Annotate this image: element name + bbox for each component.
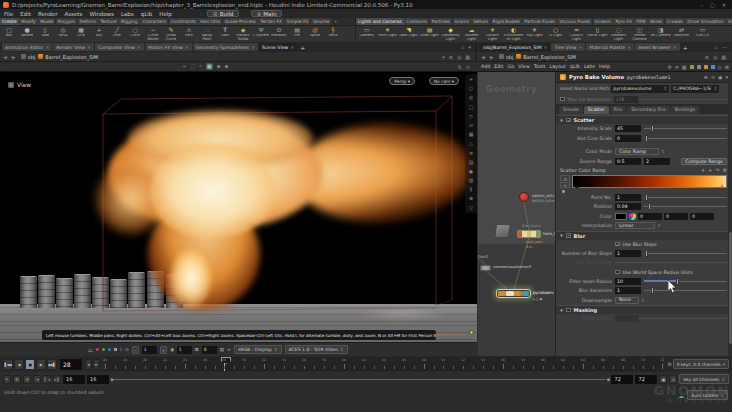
snapshot-icon[interactable]: ◎ [457,54,461,60]
gamma-plus-button[interactable]: + [160,346,167,354]
shelf-tab[interactable]: Volume [311,18,331,25]
close-tab-icon[interactable]: × [45,45,49,50]
point-no-field[interactable]: 1 [615,194,641,201]
network-editor[interactable]: Geometry axiom_solv NVIDIA GeFor 4 to Ca… [478,72,556,356]
blur-section-header[interactable]: ▼ ✓ Blur [556,231,732,240]
pyro-bake-volume-node[interactable] [496,289,531,298]
shelf-tool[interactable]: @ Spiral [306,26,324,42]
zoom-in-icon[interactable]: ⊕ [704,74,708,80]
shelf-tab[interactable]: Particle Fluids [522,18,556,25]
add-pane-tab-button[interactable]: + [681,44,690,51]
viewport-tool-icon[interactable]: ▥ [469,177,474,183]
shelf-tool[interactable]: ▭ Gun Co [692,26,713,42]
range-end-lock-icon[interactable]: ▶▌ [53,375,61,384]
pane-tab[interactable]: Render View × [53,43,94,51]
stop-button[interactable]: ■ [25,359,35,370]
updown-icon[interactable]: ⇕ [657,223,661,228]
minimize-icon[interactable]: – [701,2,704,8]
position-slider[interactable] [644,203,727,210]
breadcrumb-context[interactable]: obj [21,54,36,60]
parameter-tab[interactable]: Fire [610,106,626,114]
blur-steps-field[interactable]: 1 [615,250,641,257]
grid-view-icon[interactable]: ▦ [682,64,687,70]
close-tab-icon[interactable]: × [251,45,255,50]
secure-selection-icon[interactable]: ◈ [217,63,221,70]
playback-start-field[interactable]: 16 [87,375,109,384]
global-start-field[interactable]: 16 [63,375,85,384]
link-icon[interactable]: ⊕ [449,54,453,60]
luminance-icon[interactable]: ⌇ [120,347,122,352]
shelf-tool[interactable]: ▯ Portal Light [587,26,608,42]
pane-tab[interactable]: Tree View × [551,43,585,51]
updown-icon[interactable]: ⇕ [661,149,665,154]
downsample-select[interactable]: None [615,297,639,304]
pane-tab[interactable]: Geometry Spreadsheet × [193,43,258,51]
gamma-minus-button[interactable]: – [132,346,139,354]
contrast-icon[interactable]: ◑ [170,347,174,352]
scatter-section-header[interactable]: ▼ ✓ Scatter [556,115,732,124]
play-reverse-button[interactable]: ◀ [14,359,24,370]
current-frame-field[interactable]: 28 [60,359,82,370]
shelf-tool[interactable]: ▯ Tube [36,26,54,42]
point-no-slider[interactable] [644,194,727,201]
shelf-tab[interactable]: KineFX [726,18,732,25]
snapshot-icon[interactable]: ◎ [713,54,717,60]
close-tab-icon[interactable]: × [185,45,189,50]
network-menu-item[interactable]: Add [481,64,490,69]
max-vis-field[interactable]: 128 [614,96,638,103]
range-start-lock-icon[interactable]: ▌◀ [43,375,51,384]
maximize-icon[interactable]: ▢ [710,2,715,8]
ramp-add-icon[interactable]: + [560,182,570,188]
interpolation-select[interactable]: Linear [615,222,655,229]
viewport-tool-icon[interactable]: ⊕ [469,195,473,201]
shelf-tool[interactable]: ○ Circle [126,26,144,42]
blue-channel-icon[interactable] [108,348,111,351]
camera-select-menu[interactable]: No cam ▾ [429,77,459,85]
nav-forward-icon[interactable]: ▶ [490,54,496,60]
shelf-tool[interactable]: ~ Curve Bezier [144,26,162,42]
close-tab-icon[interactable]: × [578,45,582,50]
menu-item[interactable]: Labs [121,11,134,17]
exposure-field[interactable]: 0 [202,346,217,354]
breadcrumb-context[interactable]: obj [499,54,514,60]
cook-mode-icon[interactable]: ☁ [678,392,684,399]
shelf-tool[interactable]: ╱ Line [108,26,126,42]
desktop-main-select[interactable]: ⊕ Main [251,10,283,17]
close-tab-icon[interactable]: × [137,45,141,50]
playback-range-slider[interactable]: ▶ ◀ [111,377,609,382]
source-range-max-field[interactable]: 2 [644,158,670,165]
shelf-tool[interactable]: ◎ Torus [54,26,72,42]
parameter-tab[interactable]: Smoke [559,106,583,114]
breadcrumb-node[interactable]: Barrel_Explosion_SIM [38,54,98,60]
shelf-tab[interactable]: Deform [78,18,98,25]
grid-snap-icon[interactable]: ▦ [206,63,213,70]
nav-forward-icon[interactable]: ▶ [12,54,18,60]
target-icon[interactable]: ⊙ [125,347,129,352]
magnifier-icon[interactable]: ⊙ [711,74,715,80]
shelf-tool[interactable]: ⇄ Switcher [671,26,692,42]
close-tab-icon[interactable]: × [87,45,91,50]
layout-icon[interactable]: ▦ [465,54,470,60]
shelf-tab[interactable]: Rigid Bodies [491,18,522,25]
blur-steps-slider[interactable] [644,250,727,257]
intensity-scale-slider[interactable] [644,125,727,132]
color-mode-select[interactable]: Color Ramp [615,148,659,155]
persp-view-menu[interactable]: Persp ▾ [389,77,415,85]
go-to-start-button[interactable]: ▌◀◀ [3,359,13,370]
keyframe-icon[interactable]: ⊞ [667,361,671,367]
red-channel-icon[interactable] [96,348,99,351]
key-all-channels-select[interactable]: Key All Channels ⇕ [679,374,729,384]
menu-item[interactable]: Assets [64,11,82,17]
close-tab-icon[interactable]: × [627,45,631,50]
add-point-end-icon[interactable]: + [708,167,712,173]
collapse-triangle-icon[interactable]: ▼ [560,308,563,313]
viewport-tool-icon[interactable]: □ [469,104,474,110]
max-vis-slider[interactable] [641,99,728,100]
shelf-tool[interactable]: ⊙ Metaball [270,26,288,42]
snap-icon[interactable]: ⌗ [199,63,202,70]
shelf-tab[interactable]: Particles [430,18,453,25]
add-pane-tab-button[interactable]: + [298,44,307,51]
blue-flag-icon[interactable] [711,65,715,69]
shelf-tool[interactable]: ☀ Sky Light [524,26,545,42]
pane-options-icon[interactable]: ▫ [461,44,464,50]
